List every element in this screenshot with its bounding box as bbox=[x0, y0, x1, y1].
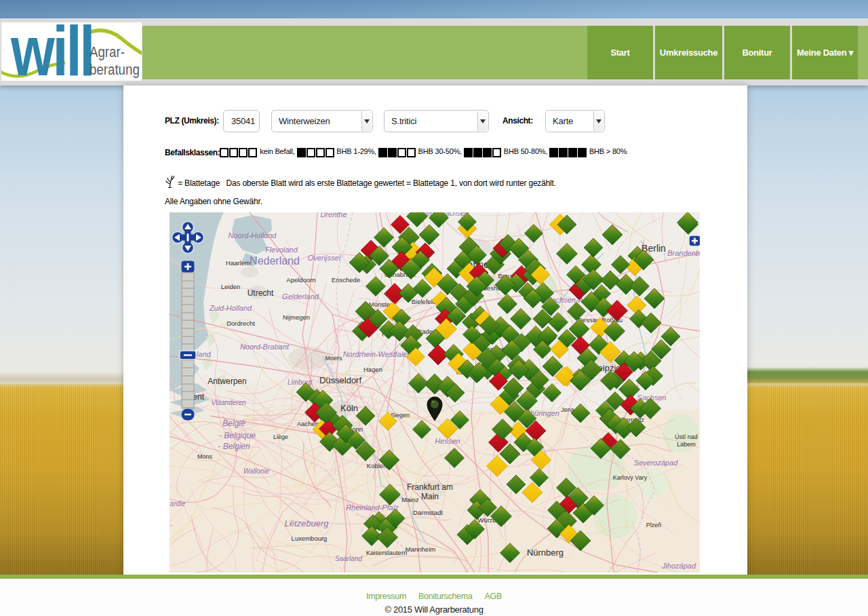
svg-text:Drenthe: Drenthe bbox=[320, 212, 347, 218]
svg-text:Hagen: Hagen bbox=[363, 366, 382, 373]
svg-text:Karlovy Vary: Karlovy Vary bbox=[613, 474, 648, 481]
svg-text:België: België bbox=[222, 419, 245, 428]
svg-text:Vlaanderen: Vlaanderen bbox=[211, 399, 246, 406]
svg-text:Noord-Brabant: Noord-Brabant bbox=[240, 343, 290, 351]
svg-text:Apeldoorn: Apeldoorn bbox=[286, 276, 315, 284]
svg-text:Main: Main bbox=[421, 492, 439, 501]
svg-text:Köln: Köln bbox=[340, 403, 358, 413]
svg-text:- Belgien: - Belgien bbox=[218, 442, 250, 451]
svg-text:Picardie: Picardie bbox=[170, 500, 185, 507]
svg-text:Labem: Labem bbox=[677, 441, 696, 448]
svg-text:Liège: Liège bbox=[273, 434, 288, 440]
svg-text:Kaiserslautern: Kaiserslautern bbox=[366, 549, 408, 556]
svg-text:Brandenburg: Brandenburg bbox=[667, 249, 700, 257]
svg-text:Frankfurt am: Frankfurt am bbox=[407, 482, 453, 492]
svg-text:Noord-Holland: Noord-Holland bbox=[229, 231, 277, 239]
svg-text:Haarlem: Haarlem bbox=[226, 259, 250, 267]
svg-text:Plzeň: Plzeň bbox=[646, 522, 662, 528]
svg-text:Jihozápad: Jihozápad bbox=[661, 562, 696, 570]
svg-text:Darmstadt: Darmstadt bbox=[413, 509, 443, 516]
svg-text:will: will bbox=[10, 22, 93, 81]
svg-text:- Belgique: - Belgique bbox=[219, 431, 256, 440]
svg-text:Mainz: Mainz bbox=[401, 496, 419, 503]
svg-text:Dordrecht: Dordrecht bbox=[226, 320, 255, 327]
svg-text:Mannheim: Mannheim bbox=[406, 545, 435, 553]
svg-text:Saarland: Saarland bbox=[335, 555, 362, 562]
svg-text:Limburg: Limburg bbox=[288, 379, 313, 386]
svg-text:Antwerpen: Antwerpen bbox=[208, 377, 246, 386]
svg-text:Enschede: Enschede bbox=[332, 276, 360, 284]
svg-text:Gelderland: Gelderland bbox=[282, 292, 319, 301]
svg-text:Düsseldorf: Düsseldorf bbox=[319, 375, 362, 385]
svg-text:Rheinland-Pfalz: Rheinland-Pfalz bbox=[346, 503, 399, 512]
svg-text:Zuid-Holland: Zuid-Holland bbox=[209, 304, 252, 312]
svg-text:Nijmegen: Nijmegen bbox=[283, 313, 310, 321]
svg-text:Nederland: Nederland bbox=[250, 255, 300, 267]
svg-text:Wallonie: Wallonie bbox=[243, 467, 270, 475]
svg-text:Utrecht: Utrecht bbox=[248, 288, 274, 298]
svg-text:Flevoland: Flevoland bbox=[265, 246, 298, 254]
svg-text:Lëtzebuerg: Lëtzebuerg bbox=[284, 518, 329, 528]
svg-text:Leiden: Leiden bbox=[221, 283, 241, 290]
svg-text:Ústí nad: Ústí nad bbox=[675, 434, 698, 440]
svg-text:Nürnberg: Nürnberg bbox=[527, 547, 564, 558]
svg-text:Overijssel: Overijssel bbox=[308, 254, 341, 262]
svg-text:Severozápad: Severozápad bbox=[634, 459, 679, 467]
svg-text:Nordrhein-Westfalen: Nordrhein-Westfalen bbox=[343, 350, 412, 358]
svg-text:Agrar-: Agrar- bbox=[90, 44, 125, 60]
svg-text:Mons: Mons bbox=[197, 453, 213, 460]
svg-text:Luxembourg: Luxembourg bbox=[292, 535, 328, 542]
svg-text:beratung: beratung bbox=[90, 62, 140, 78]
svg-text:Moers: Moers bbox=[325, 355, 342, 362]
